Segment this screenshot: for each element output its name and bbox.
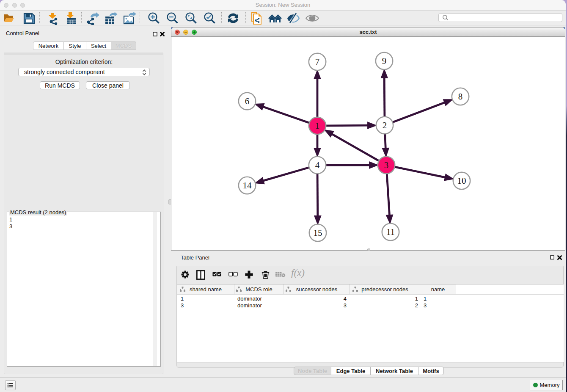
svg-text:1: 1	[315, 121, 320, 131]
svg-text:10: 10	[457, 176, 466, 186]
svg-text:15: 15	[314, 228, 322, 238]
svg-text:3: 3	[384, 160, 389, 170]
svg-text:9: 9	[382, 56, 387, 66]
svg-text:4: 4	[315, 160, 320, 170]
svg-text:8: 8	[458, 91, 463, 102]
svg-text:14: 14	[243, 180, 252, 190]
svg-text:2: 2	[383, 120, 387, 130]
svg-text:11: 11	[386, 227, 395, 237]
svg-text:7: 7	[315, 57, 320, 67]
svg-text:6: 6	[245, 96, 250, 106]
